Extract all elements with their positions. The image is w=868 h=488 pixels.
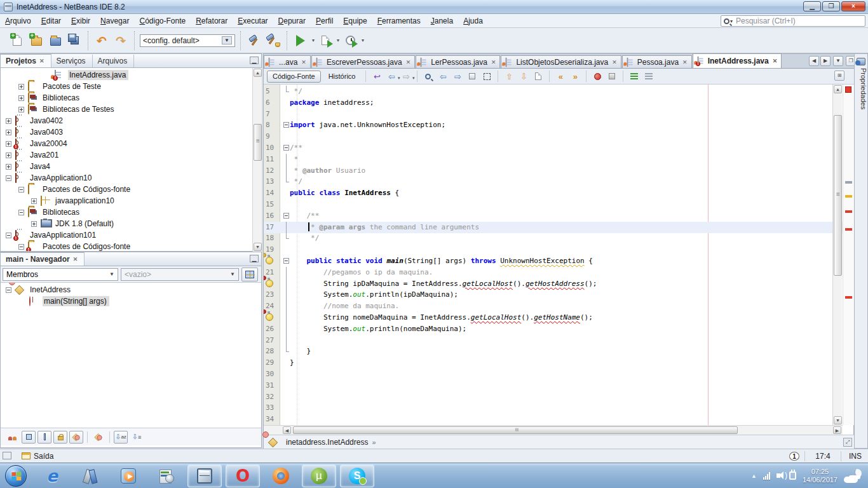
panel-tab-servic-os[interactable]: Serviços (51, 55, 93, 67)
clean-build-project-button[interactable] (265, 32, 281, 49)
source-view-button[interactable]: Código-Fonte (267, 71, 321, 83)
save-all-button[interactable] (66, 32, 83, 49)
tree-row-javaapplication10[interactable]: JavaApplication10 (6, 172, 94, 184)
previous-occurrence-icon[interactable]: ⇧ (503, 70, 515, 83)
close-tab-icon[interactable]: ✕ (612, 59, 617, 65)
expand-icon[interactable] (6, 130, 11, 135)
collapse-icon[interactable] (6, 233, 11, 238)
sort-by-source-button[interactable]: ⇩≡ (130, 431, 144, 444)
show-inherited-members-button[interactable] (6, 431, 20, 444)
config-dropdown[interactable]: <config. default>▼ (140, 34, 235, 47)
run-project-button[interactable] (292, 32, 309, 49)
volume-icon[interactable] (776, 473, 780, 478)
menu-item-depurar[interactable]: Depurar (273, 15, 311, 27)
editor-tab-ava[interactable]: ...ava✕ (264, 55, 311, 68)
members-filter-dropdown[interactable]: Membros▼ (3, 268, 118, 281)
tree-row-javaapplication101[interactable]: !JavaApplication101 (6, 229, 98, 241)
expand-icon[interactable] (31, 221, 37, 227)
new-file-button[interactable]: + (9, 32, 25, 49)
close-tab-icon[interactable]: ✕ (682, 59, 688, 65)
taskbar-internet-explorer-button[interactable]: e (35, 464, 69, 487)
weather-icon[interactable] (844, 469, 863, 483)
sort-by-source-icon[interactable] (241, 268, 258, 281)
expand-icon[interactable] (18, 84, 24, 90)
caret-mark-icon[interactable] (845, 181, 852, 184)
tree-row-bibliotecas[interactable]: Bibliotecas (18, 207, 82, 218)
minimize-button[interactable]: ▁ (803, 1, 821, 11)
editor-tab-pessoa-java[interactable]: Pessoa.java✕ (622, 55, 692, 68)
taskbar-media-player-button[interactable] (111, 464, 146, 487)
taskbar-paint-app-button[interactable] (73, 464, 107, 487)
forward-icon[interactable]: ⇨▾ (400, 70, 412, 83)
build-project-button[interactable] (246, 32, 262, 49)
editor-tab-inetaddress-java[interactable]: !InetAddress.java✕ (693, 53, 782, 68)
taskbar-installer-button[interactable] (149, 464, 184, 487)
menu-item-exibir[interactable]: Exibir (66, 15, 95, 27)
warning-mark-icon[interactable] (845, 195, 852, 198)
tree-row-javaapplication10[interactable]: javaapplication10 (31, 195, 117, 207)
sort-alphabetically-button[interactable]: ⇩az (114, 431, 128, 444)
tree-row-java201[interactable]: Java201 (6, 149, 61, 161)
taskbar-utorrent-button[interactable]: µ (302, 464, 336, 487)
secondary-filter-dropdown[interactable]: <vazio>▼ (121, 268, 239, 281)
tree-row-main-string-args[interactable]: main(String[] args) (18, 295, 109, 307)
tree-row-pacotes-de-co-digos-fonte[interactable]: Pacotes de Códigos-fonte (18, 184, 133, 195)
shift-left-icon[interactable]: « (554, 70, 567, 83)
stop-macro-recording-icon[interactable] (591, 70, 604, 83)
taskbar-opera-button[interactable]: O (226, 464, 260, 487)
scroll-down-icon[interactable]: ▼ (834, 416, 842, 424)
collapse-icon[interactable] (18, 244, 24, 250)
clock[interactable]: 07:25 14/06/2017 (803, 468, 837, 484)
editor-horizontal-scrollbar[interactable]: ◀ ▶ (264, 425, 843, 435)
find-previous-icon[interactable]: ⇦ (437, 70, 449, 83)
scroll-tabs-right-icon[interactable]: ▶ (820, 56, 831, 66)
redo-button[interactable]: ↷ (112, 32, 129, 49)
debug-dropdown-icon[interactable]: ▾ (337, 37, 339, 43)
open-project-button[interactable] (47, 32, 64, 49)
taskbar-netbeans-button[interactable] (187, 464, 222, 487)
close-icon[interactable]: ✕ (39, 58, 44, 64)
menu-item-navegar[interactable]: Navegar (95, 15, 134, 27)
scroll-up-icon[interactable]: ▲ (834, 85, 842, 93)
tree-row-bibliotecas[interactable]: Bibliotecas (18, 92, 82, 104)
tree-row-pacotes-de-teste[interactable]: Pacotes de Teste (18, 81, 104, 92)
menu-item-executar[interactable]: Executar (233, 15, 273, 27)
collapse-icon[interactable] (6, 287, 11, 293)
minimize-panel-icon[interactable]: ▁ (250, 255, 259, 262)
close-icon[interactable]: ✕ (73, 256, 78, 262)
start-macro-recording-icon[interactable] (606, 70, 618, 83)
restore-window-group-icon[interactable] (4, 453, 11, 459)
error-stripe[interactable] (843, 85, 855, 425)
close-tab-icon[interactable]: ✕ (406, 59, 411, 65)
open-source-button[interactable] (92, 431, 105, 444)
scroll-left-icon[interactable]: ◀ (283, 426, 291, 434)
tree-row-pacotes-de-co-digos-fonte[interactable]: !Pacotes de Códigos-fonte (18, 241, 133, 251)
show-non-public-button[interactable] (53, 431, 67, 444)
fold-minus-icon[interactable] (283, 119, 290, 131)
find-selection-icon[interactable] (422, 70, 435, 83)
restore-button[interactable]: ❐ (822, 1, 840, 11)
fold-minus-icon[interactable] (283, 210, 290, 222)
tree-row-java0402[interactable]: Java0402 (6, 115, 65, 126)
output-window-tab[interactable]: Saída (17, 451, 58, 462)
close-tab-icon[interactable]: ✕ (491, 59, 496, 65)
run-dropdown-icon[interactable]: ▾ (312, 37, 315, 43)
menu-item-arquivo[interactable]: Arquivo (0, 15, 36, 27)
menu-item-ferramentas[interactable]: Ferramentas (372, 15, 426, 27)
collapse-icon[interactable] (18, 210, 24, 215)
last-edit-location-icon[interactable]: ↩ (370, 70, 383, 83)
split-document-icon[interactable]: ⊞ (834, 71, 844, 81)
editor-tab-lerpessoas-java[interactable]: LerPessoas.java✕ (416, 55, 500, 68)
close-tab-icon[interactable]: ✕ (773, 58, 778, 64)
shift-right-icon[interactable]: » (569, 70, 581, 83)
panel-tab-arquivos[interactable]: Arquivos (93, 55, 135, 67)
scrollbar-thumb[interactable] (834, 115, 842, 276)
history-view-button[interactable]: Histórico (323, 71, 362, 83)
projects-scrollbar[interactable]: ▲ ▼ (252, 68, 262, 252)
editor-tab-escreverpessoas-java[interactable]: EscreverPessoas.java✕ (311, 55, 415, 68)
editor-vertical-scrollbar[interactable]: ▲ ▼ (832, 85, 842, 425)
tree-row-jdk-1-8-default[interactable]: JDK 1.8 (Default) (31, 218, 116, 229)
scroll-down-icon[interactable]: ▼ (254, 243, 262, 251)
tree-row-inetaddress[interactable]: InetAddress (6, 284, 73, 295)
menu-item-editar[interactable]: Editar (36, 15, 66, 27)
